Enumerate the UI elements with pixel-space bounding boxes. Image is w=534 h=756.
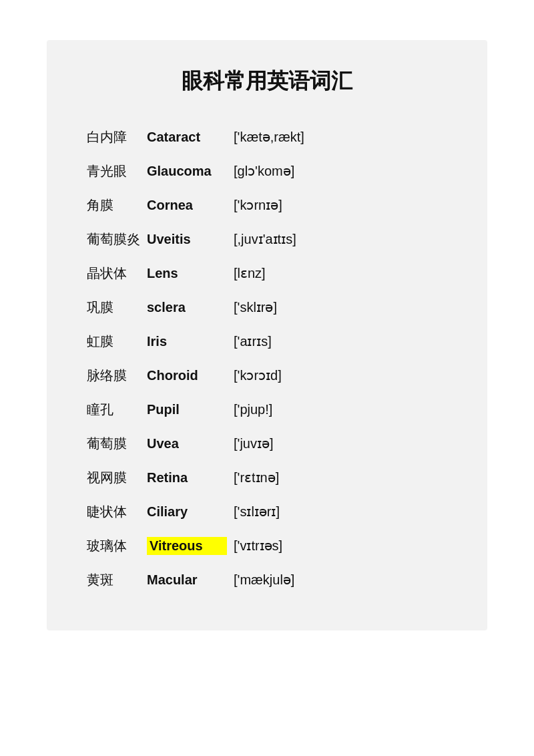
chinese-term: 葡萄膜 — [87, 435, 140, 453]
english-term: Vitreous — [147, 537, 227, 555]
chinese-term: 瞳孔 — [87, 401, 140, 419]
phonetic: ['kætə,rækt] — [234, 129, 304, 145]
phonetic: ['sɪlɪərɪ] — [234, 504, 280, 520]
chinese-term: 葡萄膜炎 — [87, 230, 140, 248]
chinese-term: 白内障 — [87, 128, 140, 146]
english-term: Macular — [147, 572, 227, 588]
chinese-term: 睫状体 — [87, 503, 140, 521]
phonetic: ['kɔrnɪə] — [234, 197, 282, 213]
phonetic: ['vɪtrɪəs] — [234, 538, 282, 554]
phonetic: ['aɪrɪs] — [234, 333, 272, 349]
vocab-item: 晶状体Lens[lɛnz] — [87, 256, 447, 291]
chinese-term: 巩膜 — [87, 299, 140, 317]
vocab-item: 睫状体Ciliary['sɪlɪərɪ] — [87, 495, 447, 529]
phonetic: [lɛnz] — [234, 265, 266, 281]
vocab-item: 黄斑Macular['mækjulə] — [87, 563, 447, 597]
chinese-term: 晶状体 — [87, 264, 140, 282]
chinese-term: 青光眼 — [87, 162, 140, 180]
vocab-item: 白内障Cataract['kætə,rækt] — [87, 120, 447, 154]
english-term: Lens — [147, 266, 227, 281]
english-term: Pupil — [147, 402, 227, 417]
phonetic: ['juvɪə] — [234, 435, 274, 451]
chinese-term: 视网膜 — [87, 469, 140, 487]
english-term: Iris — [147, 334, 227, 349]
english-term: Choroid — [147, 368, 227, 383]
chinese-term: 玻璃体 — [87, 537, 140, 555]
page-container: 眼科常用英语词汇 白内障Cataract['kætə,rækt]青光眼Glauc… — [47, 40, 487, 630]
phonetic: ['kɔrɔɪd] — [234, 367, 282, 383]
vocab-item: 角膜Cornea['kɔrnɪə] — [87, 188, 447, 222]
english-term: sclera — [147, 300, 227, 315]
phonetic: ['mækjulə] — [234, 572, 294, 588]
vocab-item: 瞳孔Pupil['pjup!] — [87, 393, 447, 427]
chinese-term: 虹膜 — [87, 333, 140, 351]
vocab-item: 玻璃体Vitreous['vɪtrɪəs] — [87, 529, 447, 563]
english-term: Retina — [147, 470, 227, 486]
vocab-item: 葡萄膜Uvea['juvɪə] — [87, 427, 447, 461]
phonetic: ['sklɪrə] — [234, 299, 277, 315]
english-term: Uveitis — [147, 232, 227, 247]
english-term: Glaucoma — [147, 164, 227, 179]
vocab-item: 巩膜sclera['sklɪrə] — [87, 291, 447, 325]
chinese-term: 角膜 — [87, 196, 140, 214]
english-term: Ciliary — [147, 504, 227, 520]
phonetic: [,juvɪ'aɪtɪs] — [234, 231, 296, 247]
chinese-term: 黄斑 — [87, 571, 140, 589]
page-title: 眼科常用英语词汇 — [87, 67, 447, 96]
chinese-term: 脉络膜 — [87, 367, 140, 385]
vocab-item: 视网膜Retina['rɛtɪnə] — [87, 461, 447, 495]
phonetic: [glɔ'komə] — [234, 163, 294, 179]
vocab-item: 青光眼Glaucoma[glɔ'komə] — [87, 154, 447, 188]
english-term: Uvea — [147, 436, 227, 451]
vocab-item: 葡萄膜炎Uveitis[,juvɪ'aɪtɪs] — [87, 222, 447, 256]
vocab-list: 白内障Cataract['kætə,rækt]青光眼Glaucoma[glɔ'k… — [87, 120, 447, 597]
phonetic: ['rɛtɪnə] — [234, 469, 279, 486]
vocab-item: 脉络膜Choroid['kɔrɔɪd] — [87, 359, 447, 393]
phonetic: ['pjup!] — [234, 402, 272, 417]
vocab-item: 虹膜Iris['aɪrɪs] — [87, 325, 447, 359]
english-term: Cornea — [147, 198, 227, 213]
english-term: Cataract — [147, 130, 227, 145]
